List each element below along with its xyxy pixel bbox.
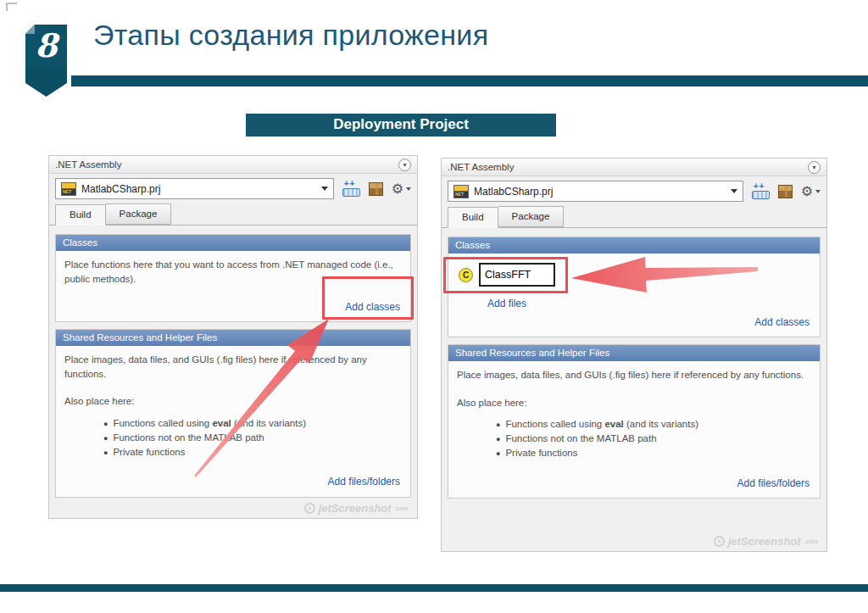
bullet-item: ●Private functions (496, 446, 811, 460)
screenshot-corner-mark (6, 3, 17, 11)
shared-resources-section: Shared Resources and Helper Files Place … (55, 329, 411, 498)
gear-dropdown-icon (406, 187, 411, 191)
toolbar: ++ ⚙ (752, 184, 821, 199)
watermark: jetScreenshot.com (304, 502, 409, 515)
project-combobox[interactable]: MatlabCSharp.prj (448, 181, 743, 202)
watermark: jetScreenshot.com (714, 535, 818, 548)
gear-dropdown-icon (815, 190, 821, 193)
tab-package[interactable]: Package (106, 203, 172, 225)
project-file-icon (453, 185, 469, 198)
bullet-item: ●Functions called using eval (and its va… (103, 416, 402, 431)
plus-icons: ++ (754, 182, 765, 191)
also-place-label: Also place here: (457, 396, 811, 410)
plus-icons: ++ (344, 180, 356, 188)
keyboard-keys (752, 191, 770, 199)
project-file-name: MatlabCSharp.prj (81, 183, 160, 195)
shared-section-header: Shared Resources and Helper Files (56, 330, 410, 346)
project-row: MatlabCSharp.prj ++ ⚙ (49, 174, 417, 203)
gear-menu-button[interactable]: ⚙ (392, 182, 411, 196)
tab-package[interactable]: Package (498, 206, 565, 227)
settings-keyboard-icon[interactable]: ++ (342, 181, 360, 197)
bullet-icon: ● (103, 449, 108, 457)
page-fold-icon (25, 25, 35, 34)
toolbar: ++ ⚙ (342, 181, 411, 197)
build-tab-content: Classes Place functions here that you wa… (49, 226, 417, 498)
window-title-bar: .NET Assembly ▾ (442, 159, 826, 176)
watermark-logo-icon (714, 536, 725, 547)
collapse-button[interactable]: ▾ (398, 159, 411, 171)
shared-description: Place images, data files, and GUIs (.fig… (64, 353, 402, 382)
highlight-box-add-classes (322, 276, 414, 320)
tab-bar: Build Package (49, 203, 417, 226)
package-icon[interactable] (778, 185, 793, 198)
dropdown-arrow-icon[interactable] (321, 187, 328, 191)
project-file-name: MatlabCSharp.prj (474, 186, 553, 198)
classes-section-header: Classes (448, 237, 820, 254)
bullet-item: ●Private functions (103, 445, 402, 460)
add-files-folders-link[interactable]: Add files/folders (737, 477, 810, 489)
dropdown-arrow-icon[interactable] (731, 189, 737, 193)
chevron-down-icon: ▾ (812, 164, 815, 171)
slide-number: 8 (35, 26, 57, 67)
window-title: .NET Assembly (448, 162, 514, 172)
tab-build[interactable]: Build (448, 207, 498, 228)
deploytool-window-after: .NET Assembly ▾ MatlabCSharp.prj ++ ⚙ Bu… (441, 158, 827, 552)
project-combobox[interactable]: MatlabCSharp.prj (55, 178, 334, 199)
classes-section-header: Classes (56, 235, 410, 251)
bullet-item: ●Functions called using eval (and its va… (496, 417, 811, 432)
add-files-folders-link[interactable]: Add files/folders (328, 476, 400, 488)
shared-description: Place images, data files, and GUIs (.fig… (457, 368, 811, 382)
project-row: MatlabCSharp.prj ++ ⚙ (442, 176, 826, 205)
shared-resources-section: Shared Resources and Helper Files Place … (448, 344, 821, 499)
settings-keyboard-icon[interactable]: ++ (752, 184, 770, 199)
bullet-icon: ● (496, 421, 500, 429)
bullet-icon: ● (496, 449, 500, 458)
keyboard-keys (342, 188, 360, 197)
gear-icon: ⚙ (801, 185, 813, 198)
chevron-down-icon: ▾ (403, 161, 406, 169)
bullet-list: ●Functions called using eval (and its va… (103, 416, 402, 460)
window-title-bar: .NET Assembly ▾ (49, 156, 417, 174)
bullet-icon: ● (103, 420, 108, 428)
footer-bar (0, 584, 868, 592)
bullet-item: ●Functions not on the MATLAB path (103, 431, 402, 445)
tab-bar: Build Package (442, 205, 826, 228)
gear-icon: ⚙ (392, 182, 403, 196)
package-icon[interactable] (369, 182, 383, 196)
shared-section-header: Shared Resources and Helper Files (448, 345, 820, 361)
bullet-icon: ● (103, 434, 108, 443)
project-file-icon (61, 182, 76, 196)
add-files-link[interactable]: Add files (487, 296, 526, 311)
highlight-box-classfft (443, 257, 568, 293)
bullet-list: ●Functions called using eval (and its va… (496, 417, 811, 461)
gear-menu-button[interactable]: ⚙ (801, 185, 821, 198)
collapse-button[interactable]: ▾ (808, 161, 821, 174)
bullet-item: ●Functions not on the MATLAB path (496, 432, 811, 446)
also-place-label: Also place here: (64, 394, 402, 409)
bullet-icon: ● (496, 435, 500, 443)
add-classes-link[interactable]: Add classes (754, 316, 810, 328)
page-title: Этапы создания приложения (93, 19, 488, 52)
window-title: .NET Assembly (55, 159, 121, 170)
deploytool-window-before: .NET Assembly ▾ MatlabCSharp.prj ++ ⚙ Bu… (48, 155, 418, 519)
watermark-logo-icon (304, 503, 315, 514)
tab-build[interactable]: Build (55, 204, 106, 226)
title-underline-bar (71, 75, 868, 86)
deployment-project-banner: Deployment Project (246, 114, 556, 137)
